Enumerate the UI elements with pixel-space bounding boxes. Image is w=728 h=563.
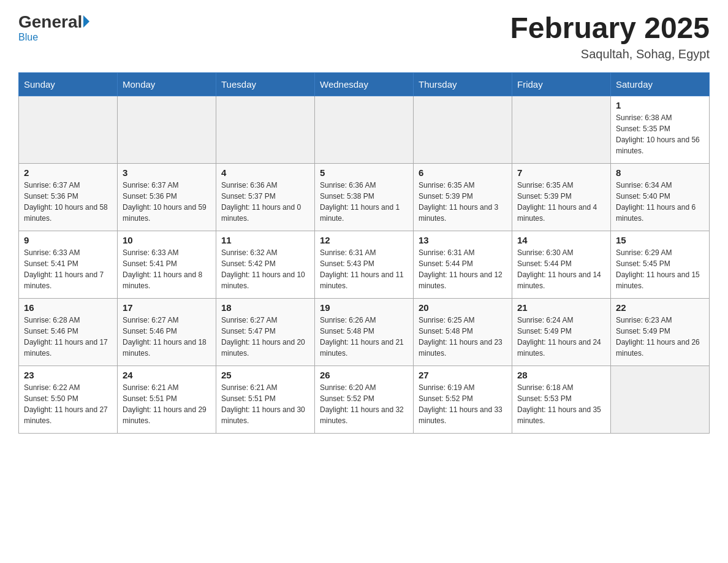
day-info: Sunrise: 6:21 AMSunset: 5:51 PMDaylight:… (123, 382, 211, 426)
calendar-cell: 6Sunrise: 6:35 AMSunset: 5:39 PMDaylight… (414, 163, 512, 231)
calendar-cell: 11Sunrise: 6:32 AMSunset: 5:42 PMDayligh… (216, 231, 315, 298)
day-info: Sunrise: 6:18 AMSunset: 5:53 PMDaylight:… (517, 382, 605, 426)
calendar-cell: 25Sunrise: 6:21 AMSunset: 5:51 PMDayligh… (216, 366, 315, 433)
day-info: Sunrise: 6:33 AMSunset: 5:41 PMDaylight:… (24, 247, 112, 291)
day-info: Sunrise: 6:28 AMSunset: 5:46 PMDaylight:… (24, 315, 112, 359)
column-header-friday: Friday (512, 72, 611, 96)
calendar-cell: 23Sunrise: 6:22 AMSunset: 5:50 PMDayligh… (19, 366, 118, 433)
logo-general-text: General (18, 12, 82, 32)
calendar-cell: 12Sunrise: 6:31 AMSunset: 5:43 PMDayligh… (315, 231, 414, 298)
calendar-cell: 9Sunrise: 6:33 AMSunset: 5:41 PMDaylight… (19, 231, 118, 298)
column-header-thursday: Thursday (414, 72, 512, 96)
calendar-cell: 2Sunrise: 6:37 AMSunset: 5:36 PMDaylight… (19, 163, 118, 231)
day-number: 3 (123, 167, 211, 178)
day-number: 1 (616, 100, 704, 110)
calendar-table: SundayMondayTuesdayWednesdayThursdayFrid… (18, 72, 710, 434)
day-number: 18 (221, 302, 309, 313)
location-text: Saqultah, Sohag, Egypt (510, 47, 710, 61)
day-number: 7 (517, 167, 605, 178)
logo: General Blue (18, 12, 89, 43)
day-info: Sunrise: 6:33 AMSunset: 5:41 PMDaylight:… (123, 247, 211, 291)
day-number: 25 (221, 370, 309, 380)
day-number: 4 (221, 167, 309, 178)
day-number: 13 (419, 235, 507, 245)
calendar-cell (19, 96, 118, 163)
column-header-saturday: Saturday (611, 72, 710, 96)
calendar-cell (216, 96, 315, 163)
day-number: 11 (221, 235, 309, 245)
day-info: Sunrise: 6:31 AMSunset: 5:44 PMDaylight:… (419, 247, 507, 291)
day-info: Sunrise: 6:26 AMSunset: 5:48 PMDaylight:… (320, 315, 408, 359)
column-header-sunday: Sunday (19, 72, 118, 96)
month-title: February 2025 (510, 12, 710, 45)
day-number: 23 (24, 370, 112, 380)
week-row-5: 23Sunrise: 6:22 AMSunset: 5:50 PMDayligh… (19, 366, 710, 433)
calendar-cell (611, 366, 710, 433)
day-info: Sunrise: 6:30 AMSunset: 5:44 PMDaylight:… (517, 247, 605, 291)
week-row-3: 9Sunrise: 6:33 AMSunset: 5:41 PMDaylight… (19, 231, 710, 298)
day-info: Sunrise: 6:36 AMSunset: 5:37 PMDaylight:… (221, 180, 309, 224)
week-row-2: 2Sunrise: 6:37 AMSunset: 5:36 PMDaylight… (19, 163, 710, 231)
calendar-cell: 26Sunrise: 6:20 AMSunset: 5:52 PMDayligh… (315, 366, 414, 433)
day-info: Sunrise: 6:29 AMSunset: 5:45 PMDaylight:… (616, 247, 704, 291)
calendar-cell: 8Sunrise: 6:34 AMSunset: 5:40 PMDaylight… (611, 163, 710, 231)
day-number: 8 (616, 167, 704, 178)
calendar-cell: 21Sunrise: 6:24 AMSunset: 5:49 PMDayligh… (512, 298, 611, 366)
calendar-cell: 1Sunrise: 6:38 AMSunset: 5:35 PMDaylight… (611, 96, 710, 163)
day-info: Sunrise: 6:38 AMSunset: 5:35 PMDaylight:… (616, 112, 704, 156)
day-info: Sunrise: 6:35 AMSunset: 5:39 PMDaylight:… (517, 180, 605, 224)
day-number: 24 (123, 370, 211, 380)
day-number: 9 (24, 235, 112, 245)
day-info: Sunrise: 6:20 AMSunset: 5:52 PMDaylight:… (320, 382, 408, 426)
calendar-cell: 24Sunrise: 6:21 AMSunset: 5:51 PMDayligh… (118, 366, 216, 433)
day-number: 21 (517, 302, 605, 313)
day-info: Sunrise: 6:37 AMSunset: 5:36 PMDaylight:… (24, 180, 112, 224)
day-number: 15 (616, 235, 704, 245)
calendar-cell: 27Sunrise: 6:19 AMSunset: 5:52 PMDayligh… (414, 366, 512, 433)
logo-blue-text: Blue (18, 32, 38, 43)
calendar-header-row: SundayMondayTuesdayWednesdayThursdayFrid… (19, 72, 710, 96)
day-info: Sunrise: 6:32 AMSunset: 5:42 PMDaylight:… (221, 247, 309, 291)
calendar-cell: 14Sunrise: 6:30 AMSunset: 5:44 PMDayligh… (512, 231, 611, 298)
day-number: 6 (419, 167, 507, 178)
column-header-monday: Monday (118, 72, 216, 96)
calendar-cell: 3Sunrise: 6:37 AMSunset: 5:36 PMDaylight… (118, 163, 216, 231)
day-number: 16 (24, 302, 112, 313)
day-info: Sunrise: 6:23 AMSunset: 5:49 PMDaylight:… (616, 315, 704, 359)
day-number: 27 (419, 370, 507, 380)
day-number: 26 (320, 370, 408, 380)
calendar-cell: 17Sunrise: 6:27 AMSunset: 5:46 PMDayligh… (118, 298, 216, 366)
day-info: Sunrise: 6:37 AMSunset: 5:36 PMDaylight:… (123, 180, 211, 224)
day-info: Sunrise: 6:27 AMSunset: 5:47 PMDaylight:… (221, 315, 309, 359)
day-info: Sunrise: 6:21 AMSunset: 5:51 PMDaylight:… (221, 382, 309, 426)
day-info: Sunrise: 6:24 AMSunset: 5:49 PMDaylight:… (517, 315, 605, 359)
title-section: February 2025 Saqultah, Sohag, Egypt (510, 12, 710, 61)
calendar-cell: 5Sunrise: 6:36 AMSunset: 5:38 PMDaylight… (315, 163, 414, 231)
day-number: 12 (320, 235, 408, 245)
day-info: Sunrise: 6:36 AMSunset: 5:38 PMDaylight:… (320, 180, 408, 224)
day-info: Sunrise: 6:34 AMSunset: 5:40 PMDaylight:… (616, 180, 704, 224)
calendar-cell: 22Sunrise: 6:23 AMSunset: 5:49 PMDayligh… (611, 298, 710, 366)
calendar-cell (512, 96, 611, 163)
calendar-cell (315, 96, 414, 163)
column-header-tuesday: Tuesday (216, 72, 315, 96)
day-info: Sunrise: 6:22 AMSunset: 5:50 PMDaylight:… (24, 382, 112, 426)
calendar-cell: 13Sunrise: 6:31 AMSunset: 5:44 PMDayligh… (414, 231, 512, 298)
page-header: General Blue February 2025 Saqultah, Soh… (18, 12, 710, 61)
calendar-cell: 18Sunrise: 6:27 AMSunset: 5:47 PMDayligh… (216, 298, 315, 366)
calendar-cell: 20Sunrise: 6:25 AMSunset: 5:48 PMDayligh… (414, 298, 512, 366)
calendar-cell: 16Sunrise: 6:28 AMSunset: 5:46 PMDayligh… (19, 298, 118, 366)
calendar-cell: 15Sunrise: 6:29 AMSunset: 5:45 PMDayligh… (611, 231, 710, 298)
day-number: 28 (517, 370, 605, 380)
day-number: 10 (123, 235, 211, 245)
week-row-4: 16Sunrise: 6:28 AMSunset: 5:46 PMDayligh… (19, 298, 710, 366)
calendar-cell: 10Sunrise: 6:33 AMSunset: 5:41 PMDayligh… (118, 231, 216, 298)
calendar-cell: 4Sunrise: 6:36 AMSunset: 5:37 PMDaylight… (216, 163, 315, 231)
day-number: 14 (517, 235, 605, 245)
day-number: 20 (419, 302, 507, 313)
calendar-cell (414, 96, 512, 163)
day-number: 22 (616, 302, 704, 313)
day-info: Sunrise: 6:25 AMSunset: 5:48 PMDaylight:… (419, 315, 507, 359)
logo-arrow-icon (83, 15, 89, 28)
column-header-wednesday: Wednesday (315, 72, 414, 96)
